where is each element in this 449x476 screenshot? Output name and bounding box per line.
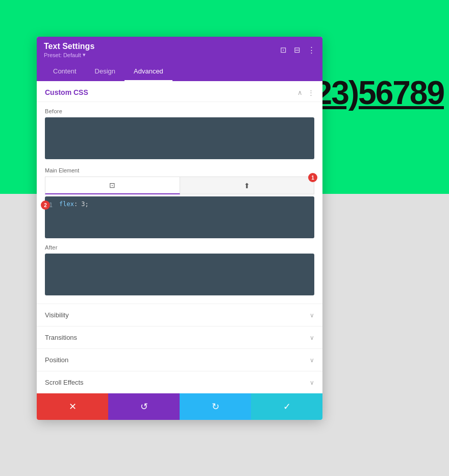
panel-title: Text Settings bbox=[44, 42, 94, 51]
more-options-icon[interactable]: ⋮ bbox=[308, 45, 315, 55]
custom-css-header: Custom CSS ∧ ⋮ bbox=[37, 81, 322, 102]
panel-header: Text Settings Preset: Default ▾ ⊡ ⊟ ⋮ bbox=[37, 37, 322, 62]
scroll-effects-section[interactable]: Scroll Effects ∨ bbox=[37, 371, 322, 393]
panel-body: Custom CSS ∧ ⋮ Before Main Element ⊡ ⬆ bbox=[37, 81, 322, 420]
code-block-wrapper: 2 1 flex: 3; bbox=[45, 196, 314, 238]
transitions-label: Transitions bbox=[45, 334, 77, 341]
main-element-label: Main Element bbox=[45, 167, 314, 173]
scroll-effects-chevron-icon: ∨ bbox=[310, 379, 314, 386]
cancel-button[interactable]: ✕ bbox=[37, 393, 108, 420]
position-chevron-icon: ∨ bbox=[310, 357, 314, 364]
visibility-chevron-icon: ∨ bbox=[310, 312, 314, 319]
section-header-icons: ∧ ⋮ bbox=[297, 89, 314, 96]
redo-button[interactable]: ↻ bbox=[180, 393, 251, 420]
text-settings-panel: Text Settings Preset: Default ▾ ⊡ ⊟ ⋮ Co… bbox=[37, 37, 322, 420]
after-textarea[interactable] bbox=[45, 254, 314, 295]
transitions-section[interactable]: Transitions ∨ bbox=[37, 326, 322, 348]
undo-button[interactable]: ↺ bbox=[108, 393, 180, 420]
code-keyword: flex bbox=[59, 201, 74, 208]
layout-icon[interactable]: ⊟ bbox=[294, 45, 301, 55]
focus-icon[interactable]: ⊡ bbox=[280, 45, 287, 55]
position-section[interactable]: Position ∨ bbox=[37, 348, 322, 371]
preset-label: Preset: Default bbox=[44, 52, 81, 58]
panel-header-icons: ⊡ ⊟ ⋮ bbox=[280, 45, 315, 55]
tab-design[interactable]: Design bbox=[86, 62, 124, 81]
panel-preset[interactable]: Preset: Default ▾ bbox=[44, 52, 94, 58]
code-colon: : bbox=[74, 201, 81, 208]
panel-header-left: Text Settings Preset: Default ▾ bbox=[44, 42, 94, 58]
custom-css-title: Custom CSS bbox=[45, 88, 88, 96]
main-element-section: Main Element ⊡ ⬆ 1 2 1 bbox=[37, 161, 322, 238]
main-element-code-block[interactable]: 1 flex: 3; bbox=[45, 196, 314, 238]
bottom-toolbar: ✕ ↺ ↻ ✓ bbox=[37, 393, 322, 420]
before-label: Before bbox=[45, 108, 314, 114]
before-textarea[interactable] bbox=[45, 117, 314, 159]
position-label: Position bbox=[45, 356, 68, 364]
transitions-chevron-icon: ∨ bbox=[310, 334, 314, 341]
section-more-icon[interactable]: ⋮ bbox=[308, 89, 314, 96]
visibility-section[interactable]: Visibility ∨ bbox=[37, 304, 322, 326]
main-element-tabs: ⊡ ⬆ 1 bbox=[45, 177, 314, 194]
cursor-icon: ⬆ bbox=[244, 182, 250, 190]
panel-tabs: Content Design Advanced bbox=[37, 62, 322, 81]
tablet-icon: ⊡ bbox=[109, 181, 115, 189]
badge-1: 1 bbox=[308, 173, 317, 182]
main-element-tab-left[interactable]: ⊡ bbox=[45, 177, 180, 194]
save-button[interactable]: ✓ bbox=[251, 393, 322, 420]
code-text: flex: 3; bbox=[59, 201, 89, 208]
after-label: After bbox=[45, 244, 314, 250]
before-field-group: Before bbox=[37, 102, 322, 161]
scroll-effects-label: Scroll Effects bbox=[45, 379, 84, 386]
tab-advanced[interactable]: Advanced bbox=[124, 62, 172, 81]
main-element-tab-right[interactable]: ⬆ bbox=[180, 177, 315, 194]
preset-arrow-icon: ▾ bbox=[83, 52, 86, 58]
code-value: 3; bbox=[81, 201, 88, 208]
collapse-icon[interactable]: ∧ bbox=[297, 89, 303, 96]
badge-2: 2 bbox=[41, 201, 50, 210]
tab-content[interactable]: Content bbox=[44, 62, 86, 81]
after-field-group: After bbox=[37, 238, 322, 304]
visibility-label: Visibility bbox=[45, 311, 69, 319]
